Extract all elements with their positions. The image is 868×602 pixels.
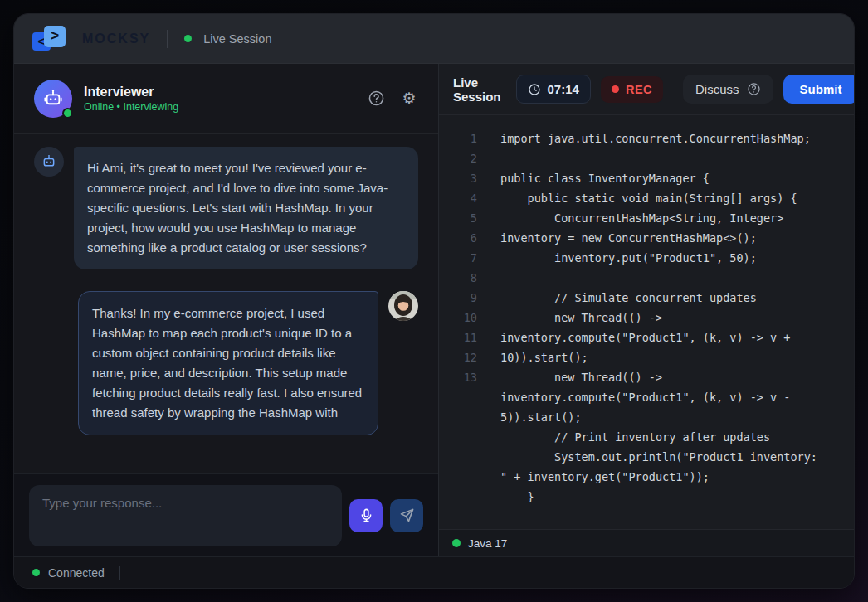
connected-dot-icon: [32, 569, 40, 576]
line-number: 1: [439, 129, 477, 148]
microphone-icon: [358, 507, 374, 523]
interviewer-message-bubble: Hi Ami, it's great to meet you! I've rev…: [74, 147, 418, 269]
footer-divider: [119, 566, 120, 580]
line-number: 13: [439, 367, 477, 387]
live-indicator-dot: [184, 35, 192, 42]
line-number: 9: [439, 288, 477, 308]
robot-icon: [42, 88, 64, 109]
interviewer-status: Online • Interviewing: [84, 101, 178, 113]
code-line[interactable]: 5)).start();: [439, 407, 855, 427]
code-line[interactable]: 10 new Thread(() ->: [439, 308, 855, 328]
microphone-button[interactable]: [349, 499, 383, 532]
line-number: 10: [439, 308, 477, 328]
code-text: // Print inventory after updates: [477, 427, 770, 447]
code-line[interactable]: 12 10)).start();: [439, 347, 855, 367]
header-divider: [167, 30, 168, 48]
code-text: }: [477, 487, 534, 507]
code-text: System.out.println("Product1 inventory:: [477, 447, 817, 467]
session-timer: 07:14: [516, 75, 591, 104]
code-line[interactable]: inventory.compute("Product1", (k, v) -> …: [439, 387, 855, 407]
line-number: 12: [439, 347, 477, 367]
connection-status: Connected: [48, 566, 105, 580]
code-line[interactable]: // Print inventory after updates: [439, 427, 855, 447]
code-text: 10)).start();: [477, 347, 588, 367]
line-number: 6: [439, 228, 477, 248]
code-line[interactable]: 4 public static void main(String[] args)…: [439, 188, 855, 208]
code-text: inventory = new ConcurrentHashMap<>();: [477, 228, 757, 248]
recording-badge: REC: [601, 76, 663, 103]
code-line[interactable]: System.out.println("Product1 inventory:: [439, 447, 855, 467]
discuss-label: Discuss: [695, 82, 739, 96]
connection-statusbar: Connected: [14, 556, 854, 588]
interviewer-message-avatar: [34, 147, 64, 177]
code-text: ConcurrentHashMap<String, Integer>: [477, 208, 783, 228]
code-editor[interactable]: 1 import java.util.concurrent.Concurrent…: [439, 115, 855, 529]
interviewer-name: Interviewer: [84, 84, 178, 101]
code-line[interactable]: 1 import java.util.concurrent.Concurrent…: [439, 129, 855, 148]
code-text: public static void main(String[] args) {: [477, 188, 797, 208]
code-text: new Thread(() ->: [477, 308, 662, 328]
code-line[interactable]: 9 // Simulate concurrent updates: [439, 288, 855, 308]
code-text: [477, 268, 500, 288]
language-label: Java 17: [468, 537, 507, 550]
code-text: new Thread(() ->: [477, 367, 662, 387]
timer-value: 07:14: [548, 82, 579, 96]
candidate-avatar: [388, 291, 418, 321]
code-text: import java.util.concurrent.ConcurrentHa…: [477, 129, 811, 148]
code-text: inventory.compute("Product1", (k, v) -> …: [477, 328, 791, 347]
top-header: < > MOCKSY Live Session: [14, 14, 854, 64]
send-button[interactable]: [390, 499, 423, 532]
mocksy-logo-icon: < >: [32, 24, 71, 54]
header-session-label: Live Session: [203, 32, 271, 46]
main-area: Interviewer Online • Interviewing ⚙: [14, 64, 854, 556]
editor-title: Live Session: [453, 75, 501, 104]
code-line[interactable]: 6 inventory = new ConcurrentHashMap<>();: [439, 228, 855, 248]
language-status-dot: [452, 539, 461, 547]
chat-panel: Interviewer Online • Interviewing ⚙: [14, 64, 438, 556]
code-line[interactable]: 11 inventory.compute("Product1", (k, v) …: [439, 328, 855, 347]
submit-button[interactable]: Submit: [783, 75, 855, 104]
code-text: inventory.compute("Product1", (k, v) -> …: [477, 387, 791, 407]
line-number: 4: [439, 188, 477, 208]
help-circle-icon: [747, 82, 761, 96]
code-line[interactable]: 3 public class InventoryManager {: [439, 168, 855, 188]
code-line[interactable]: 7 inventory.put("Product1", 50);: [439, 248, 855, 268]
clock-icon: [528, 83, 541, 96]
code-line[interactable]: 2: [439, 148, 855, 168]
code-line[interactable]: 13 new Thread(() ->: [439, 367, 855, 387]
line-number: [439, 487, 477, 507]
language-statusbar: Java 17: [439, 529, 855, 556]
interviewer-avatar: [34, 80, 72, 118]
code-text: inventory.put("Product1", 50);: [477, 248, 757, 268]
interviewer-identity: Interviewer Online • Interviewing: [84, 84, 178, 113]
robot-icon: [41, 153, 57, 170]
code-text: public class InventoryManager {: [477, 168, 710, 188]
editor-panel: Live Session 07:14 REC Discuss: [438, 64, 855, 556]
app-window: < > MOCKSY Live Session: [13, 13, 855, 589]
candidate-message-row: Thanks! In my e-commerce project, I used…: [34, 291, 418, 435]
chat-header: Interviewer Online • Interviewing ⚙: [14, 64, 438, 134]
logo-right-bracket-icon: >: [44, 26, 66, 47]
code-line[interactable]: 5 ConcurrentHashMap<String, Integer>: [439, 208, 855, 228]
line-number: [439, 407, 477, 427]
settings-gear-icon[interactable]: ⚙: [400, 90, 418, 108]
discuss-button[interactable]: Discuss: [683, 75, 773, 104]
line-number: 3: [439, 168, 477, 188]
code-text: 5)).start();: [477, 407, 582, 427]
chat-input-bar: [14, 473, 438, 556]
response-input[interactable]: [29, 485, 342, 546]
line-number: 7: [439, 248, 477, 268]
message-list: Hi Ami, it's great to meet you! I've rev…: [14, 134, 438, 473]
line-number: [439, 467, 477, 487]
brand-name: MOCKSY: [82, 32, 150, 46]
line-number: 8: [439, 268, 477, 288]
recording-dot-icon: [612, 85, 619, 93]
code-line[interactable]: " + inventory.get("Product1"));: [439, 467, 855, 487]
code-text: [477, 148, 500, 168]
code-line[interactable]: 8: [439, 268, 855, 288]
code-line[interactable]: }: [439, 487, 855, 507]
help-icon[interactable]: [367, 90, 385, 108]
line-number: [439, 387, 477, 407]
send-plane-icon: [399, 507, 415, 523]
editor-header: Live Session 07:14 REC Discuss: [439, 64, 855, 115]
